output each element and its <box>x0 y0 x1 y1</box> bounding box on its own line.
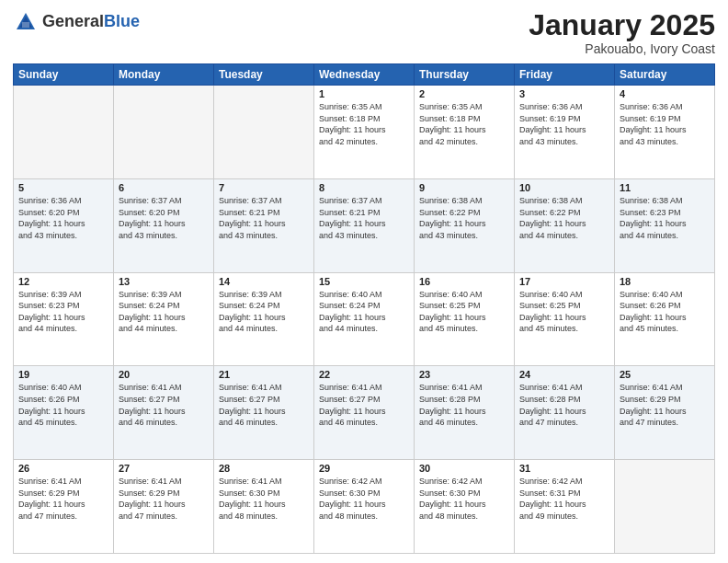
calendar-cell: 11Sunrise: 6:38 AM Sunset: 6:23 PM Dayli… <box>615 178 715 272</box>
day-number: 26 <box>18 463 108 474</box>
calendar-cell: 1Sunrise: 6:35 AM Sunset: 6:18 PM Daylig… <box>314 86 415 179</box>
day-header-saturday: Saturday <box>615 64 715 86</box>
title-block: January 2025 Pakouabo, Ivory Coast <box>529 9 715 56</box>
day-number: 11 <box>620 182 710 193</box>
day-number: 20 <box>119 369 209 380</box>
day-info: Sunrise: 6:41 AM Sunset: 6:29 PM Dayligh… <box>18 476 108 522</box>
day-info: Sunrise: 6:40 AM Sunset: 6:26 PM Dayligh… <box>18 382 108 428</box>
day-info: Sunrise: 6:40 AM Sunset: 6:25 PM Dayligh… <box>419 289 509 335</box>
calendar-cell: 17Sunrise: 6:40 AM Sunset: 6:25 PM Dayli… <box>515 272 615 366</box>
calendar-cell: 26Sunrise: 6:41 AM Sunset: 6:29 PM Dayli… <box>14 460 114 554</box>
calendar-cell: 2Sunrise: 6:35 AM Sunset: 6:18 PM Daylig… <box>415 86 515 179</box>
logo-blue: Blue <box>104 12 140 30</box>
day-info: Sunrise: 6:40 AM Sunset: 6:25 PM Dayligh… <box>519 289 609 335</box>
logo-text: GeneralBlue <box>42 13 140 31</box>
calendar-cell: 15Sunrise: 6:40 AM Sunset: 6:24 PM Dayli… <box>314 272 415 366</box>
calendar-cell: 12Sunrise: 6:39 AM Sunset: 6:23 PM Dayli… <box>14 272 114 366</box>
day-header-sunday: Sunday <box>14 64 114 86</box>
days-header-row: SundayMondayTuesdayWednesdayThursdayFrid… <box>14 64 715 86</box>
day-number: 1 <box>319 88 409 99</box>
day-info: Sunrise: 6:42 AM Sunset: 6:30 PM Dayligh… <box>319 476 409 522</box>
day-info: Sunrise: 6:41 AM Sunset: 6:29 PM Dayligh… <box>119 476 209 522</box>
week-row-5: 26Sunrise: 6:41 AM Sunset: 6:29 PM Dayli… <box>14 460 715 554</box>
calendar-cell: 21Sunrise: 6:41 AM Sunset: 6:27 PM Dayli… <box>214 366 314 460</box>
day-info: Sunrise: 6:38 AM Sunset: 6:23 PM Dayligh… <box>620 195 710 241</box>
calendar-cell: 19Sunrise: 6:40 AM Sunset: 6:26 PM Dayli… <box>14 366 114 460</box>
day-info: Sunrise: 6:41 AM Sunset: 6:27 PM Dayligh… <box>319 382 409 428</box>
day-header-tuesday: Tuesday <box>214 64 314 86</box>
day-number: 8 <box>319 182 409 193</box>
day-number: 9 <box>419 182 509 193</box>
calendar-cell: 16Sunrise: 6:40 AM Sunset: 6:25 PM Dayli… <box>415 272 515 366</box>
day-info: Sunrise: 6:37 AM Sunset: 6:21 PM Dayligh… <box>219 195 309 241</box>
day-info: Sunrise: 6:42 AM Sunset: 6:31 PM Dayligh… <box>519 476 609 522</box>
logo: GeneralBlue <box>13 9 140 35</box>
page: GeneralBlue January 2025 Pakouabo, Ivory… <box>0 0 728 563</box>
day-info: Sunrise: 6:35 AM Sunset: 6:18 PM Dayligh… <box>419 101 509 147</box>
day-info: Sunrise: 6:39 AM Sunset: 6:24 PM Dayligh… <box>119 289 209 335</box>
calendar-cell: 23Sunrise: 6:41 AM Sunset: 6:28 PM Dayli… <box>415 366 515 460</box>
day-number: 27 <box>119 463 209 474</box>
logo-icon <box>13 9 39 35</box>
day-info: Sunrise: 6:41 AM Sunset: 6:28 PM Dayligh… <box>519 382 609 428</box>
day-number: 5 <box>18 182 108 193</box>
day-number: 30 <box>419 463 509 474</box>
logo-general: General <box>42 12 104 30</box>
day-number: 4 <box>620 88 710 99</box>
subtitle: Pakouabo, Ivory Coast <box>529 41 715 56</box>
day-number: 23 <box>419 369 509 380</box>
day-info: Sunrise: 6:40 AM Sunset: 6:26 PM Dayligh… <box>620 289 710 335</box>
week-row-3: 12Sunrise: 6:39 AM Sunset: 6:23 PM Dayli… <box>14 272 715 366</box>
day-number: 21 <box>219 369 309 380</box>
day-info: Sunrise: 6:36 AM Sunset: 6:19 PM Dayligh… <box>620 101 710 147</box>
calendar-cell: 10Sunrise: 6:38 AM Sunset: 6:22 PM Dayli… <box>515 178 615 272</box>
calendar-cell: 30Sunrise: 6:42 AM Sunset: 6:30 PM Dayli… <box>415 460 515 554</box>
day-header-wednesday: Wednesday <box>314 64 415 86</box>
day-info: Sunrise: 6:35 AM Sunset: 6:18 PM Dayligh… <box>319 101 409 147</box>
header: GeneralBlue January 2025 Pakouabo, Ivory… <box>13 9 715 56</box>
week-row-1: 1Sunrise: 6:35 AM Sunset: 6:18 PM Daylig… <box>14 86 715 179</box>
day-info: Sunrise: 6:37 AM Sunset: 6:21 PM Dayligh… <box>319 195 409 241</box>
calendar-cell: 29Sunrise: 6:42 AM Sunset: 6:30 PM Dayli… <box>314 460 415 554</box>
day-info: Sunrise: 6:38 AM Sunset: 6:22 PM Dayligh… <box>519 195 609 241</box>
day-info: Sunrise: 6:36 AM Sunset: 6:19 PM Dayligh… <box>519 101 609 147</box>
day-header-thursday: Thursday <box>415 64 515 86</box>
day-number: 3 <box>519 88 609 99</box>
calendar-cell: 13Sunrise: 6:39 AM Sunset: 6:24 PM Dayli… <box>114 272 214 366</box>
day-number: 15 <box>319 276 409 287</box>
day-number: 2 <box>419 88 509 99</box>
day-number: 18 <box>620 276 710 287</box>
svg-rect-2 <box>22 22 29 28</box>
day-info: Sunrise: 6:40 AM Sunset: 6:24 PM Dayligh… <box>319 289 409 335</box>
calendar-cell: 25Sunrise: 6:41 AM Sunset: 6:29 PM Dayli… <box>615 366 715 460</box>
calendar-cell: 27Sunrise: 6:41 AM Sunset: 6:29 PM Dayli… <box>114 460 214 554</box>
calendar-cell: 31Sunrise: 6:42 AM Sunset: 6:31 PM Dayli… <box>515 460 615 554</box>
calendar-cell: 6Sunrise: 6:37 AM Sunset: 6:20 PM Daylig… <box>114 178 214 272</box>
calendar-cell: 9Sunrise: 6:38 AM Sunset: 6:22 PM Daylig… <box>415 178 515 272</box>
day-number: 12 <box>18 276 108 287</box>
day-header-monday: Monday <box>114 64 214 86</box>
calendar-cell: 14Sunrise: 6:39 AM Sunset: 6:24 PM Dayli… <box>214 272 314 366</box>
main-title: January 2025 <box>529 9 715 41</box>
calendar-cell: 3Sunrise: 6:36 AM Sunset: 6:19 PM Daylig… <box>515 86 615 179</box>
day-number: 16 <box>419 276 509 287</box>
day-number: 7 <box>219 182 309 193</box>
day-info: Sunrise: 6:42 AM Sunset: 6:30 PM Dayligh… <box>419 476 509 522</box>
day-number: 17 <box>519 276 609 287</box>
day-number: 28 <box>219 463 309 474</box>
calendar-table: SundayMondayTuesdayWednesdayThursdayFrid… <box>13 63 715 554</box>
day-info: Sunrise: 6:38 AM Sunset: 6:22 PM Dayligh… <box>419 195 509 241</box>
calendar-cell: 4Sunrise: 6:36 AM Sunset: 6:19 PM Daylig… <box>615 86 715 179</box>
day-info: Sunrise: 6:41 AM Sunset: 6:30 PM Dayligh… <box>219 476 309 522</box>
day-number: 24 <box>519 369 609 380</box>
day-info: Sunrise: 6:41 AM Sunset: 6:28 PM Dayligh… <box>419 382 509 428</box>
day-number: 14 <box>219 276 309 287</box>
calendar-cell <box>214 86 314 179</box>
day-number: 6 <box>119 182 209 193</box>
week-row-2: 5Sunrise: 6:36 AM Sunset: 6:20 PM Daylig… <box>14 178 715 272</box>
day-number: 31 <box>519 463 609 474</box>
calendar-cell: 28Sunrise: 6:41 AM Sunset: 6:30 PM Dayli… <box>214 460 314 554</box>
calendar-cell: 18Sunrise: 6:40 AM Sunset: 6:26 PM Dayli… <box>615 272 715 366</box>
calendar-cell <box>114 86 214 179</box>
day-info: Sunrise: 6:39 AM Sunset: 6:24 PM Dayligh… <box>219 289 309 335</box>
